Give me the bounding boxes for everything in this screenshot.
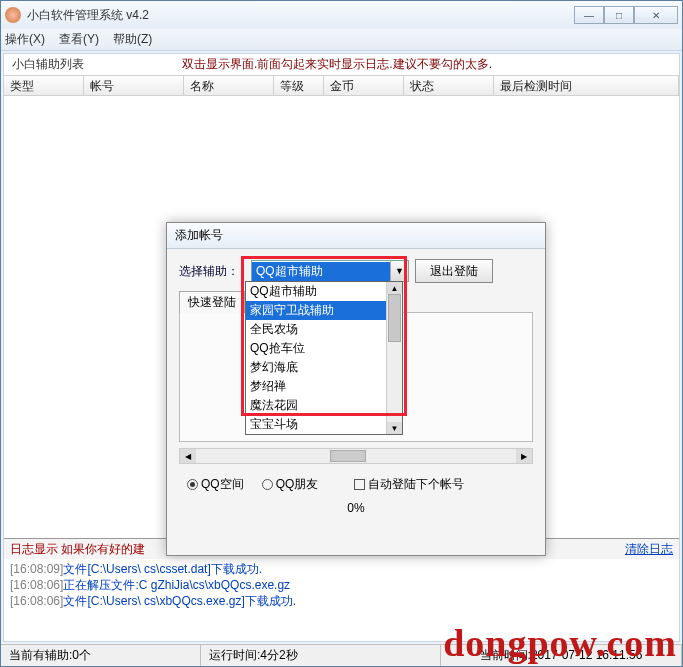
status-time: 当前时间:2017-07-12 16:11:56 xyxy=(441,645,682,666)
status-runtime: 运行时间:4分2秒 xyxy=(201,645,441,666)
top-row: 小白辅助列表 双击显示界面.前面勾起来实时显示日志.建议不要勾的太多. xyxy=(4,54,679,76)
horizontal-scrollbar[interactable]: ◀ ▶ xyxy=(179,448,533,464)
menu-view[interactable]: 查看(Y) xyxy=(59,31,99,48)
clear-log-link[interactable]: 清除日志 xyxy=(625,541,673,558)
col-status[interactable]: 状态 xyxy=(404,76,494,95)
add-account-dialog: 添加帐号 选择辅助： QQ超市辅助 ▼ 退出登陆 QQ超市辅助家园守卫战辅助全民… xyxy=(166,222,546,556)
log-ts: [16:08:06] xyxy=(10,594,63,608)
content-area: 小白辅助列表 双击显示界面.前面勾起来实时显示日志.建议不要勾的太多. 类型 帐… xyxy=(3,53,680,642)
menubar: 操作(X) 查看(Y) 帮助(Z) xyxy=(1,29,682,51)
log-body[interactable]: [16:08:09]文件[C:\Users\ cs\csset.dat]下载成功… xyxy=(4,559,679,641)
combo-selected: QQ超市辅助 xyxy=(252,262,390,281)
dropdown-item[interactable]: 魔法花园 xyxy=(246,396,386,415)
scroll-right-icon[interactable]: ▶ xyxy=(516,449,532,463)
scroll-up-icon[interactable]: ▲ xyxy=(387,282,402,294)
close-button[interactable]: ✕ xyxy=(634,6,678,24)
radio-qqfriend[interactable]: QQ朋友 xyxy=(262,476,319,493)
menu-op[interactable]: 操作(X) xyxy=(5,31,45,48)
dropdown-scrollbar[interactable]: ▲ ▼ xyxy=(386,282,402,434)
list-label: 小白辅助列表 xyxy=(12,56,182,73)
status-assist-count: 当前有辅助:0个 xyxy=(1,645,201,666)
dropdown-item[interactable]: 梦绍禅 xyxy=(246,377,386,396)
log-text: 文件[C:\Users\ cs\xbQQcs.exe.gz]下载成功. xyxy=(63,594,296,608)
window-title: 小白软件管理系统 v4.2 xyxy=(27,7,574,24)
grid-header: 类型 帐号 名称 等级 金币 状态 最后检测时间 xyxy=(4,76,679,96)
menu-help[interactable]: 帮助(Z) xyxy=(113,31,152,48)
select-assist-label: 选择辅助： xyxy=(179,263,245,280)
progress-text: 0% xyxy=(179,501,533,515)
col-name[interactable]: 名称 xyxy=(184,76,274,95)
log-text: 正在解压文件:C gZhiJia\cs\xbQQcs.exe.gz xyxy=(63,578,290,592)
scroll-left-icon[interactable]: ◀ xyxy=(180,449,196,463)
app-icon xyxy=(5,7,21,23)
checkbox-auto-next[interactable]: 自动登陆下个帐号 xyxy=(354,476,464,493)
minimize-button[interactable]: — xyxy=(574,6,604,24)
col-level[interactable]: 等级 xyxy=(274,76,324,95)
hint-text: 双击显示界面.前面勾起来实时显示日志.建议不要勾的太多. xyxy=(182,56,492,73)
radio-qqzone[interactable]: QQ空间 xyxy=(187,476,244,493)
hscroll-thumb[interactable] xyxy=(330,450,366,462)
log-ts: [16:08:06] xyxy=(10,578,63,592)
maximize-button[interactable]: □ xyxy=(604,6,634,24)
dropdown-item[interactable]: 家园守卫战辅助 xyxy=(246,301,386,320)
statusbar: 当前有辅助:0个 运行时间:4分2秒 当前时间:2017-07-12 16:11… xyxy=(1,644,682,666)
assist-dropdown: QQ超市辅助家园守卫战辅助全民农场QQ抢车位梦幻海底梦绍禅魔法花园宝宝斗场 ▲ … xyxy=(245,281,403,435)
dropdown-item[interactable]: 全民农场 xyxy=(246,320,386,339)
chevron-down-icon[interactable]: ▼ xyxy=(390,261,408,281)
dropdown-item[interactable]: 梦幻海底 xyxy=(246,358,386,377)
scroll-thumb[interactable] xyxy=(388,294,401,342)
col-type[interactable]: 类型 xyxy=(4,76,84,95)
log-ts: [16:08:09] xyxy=(10,562,63,576)
dropdown-item[interactable]: QQ超市辅助 xyxy=(246,282,386,301)
dropdown-item[interactable]: 宝宝斗场 xyxy=(246,415,386,434)
col-gold[interactable]: 金币 xyxy=(324,76,404,95)
log-text: 文件[C:\Users\ cs\csset.dat]下载成功. xyxy=(63,562,262,576)
main-window: 小白软件管理系统 v4.2 — □ ✕ 操作(X) 查看(Y) 帮助(Z) 小白… xyxy=(0,0,683,667)
dialog-title[interactable]: 添加帐号 xyxy=(167,223,545,249)
col-lastcheck[interactable]: 最后检测时间 xyxy=(494,76,679,95)
scroll-down-icon[interactable]: ▼ xyxy=(387,422,402,434)
dropdown-item[interactable]: QQ抢车位 xyxy=(246,339,386,358)
col-account[interactable]: 帐号 xyxy=(84,76,184,95)
tab-quick-login[interactable]: 快速登陆 xyxy=(179,291,245,313)
exit-login-button[interactable]: 退出登陆 xyxy=(415,259,493,283)
assist-combobox[interactable]: QQ超市辅助 ▼ xyxy=(251,260,409,282)
titlebar[interactable]: 小白软件管理系统 v4.2 — □ ✕ xyxy=(1,1,682,29)
